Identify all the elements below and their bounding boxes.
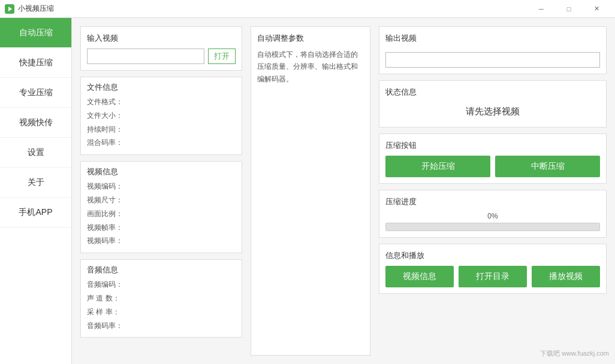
video-size-row: 视频尺寸：: [87, 193, 236, 207]
video-info-button[interactable]: 视频信息: [385, 266, 454, 287]
input-video-title: 输入视频: [87, 33, 236, 44]
auto-adjust-title: 自动调整参数: [257, 33, 364, 44]
sidebar-item-quick-compress[interactable]: 快捷压缩: [0, 48, 71, 78]
progress-percent: 0%: [385, 212, 600, 220]
start-compress-button[interactable]: 开始压缩: [385, 156, 490, 177]
play-video-button[interactable]: 播放视频: [532, 266, 600, 287]
sidebar-item-video-upload[interactable]: 视频快传: [0, 108, 71, 138]
open-file-button[interactable]: 打开: [208, 48, 236, 64]
auto-adjust-panel: 自动调整参数 自动模式下，将自动选择合适的压缩质量、分辨率、输出格式和编解码器。: [251, 26, 370, 356]
file-duration-row: 持续时间：: [87, 123, 236, 136]
progress-title: 压缩进度: [385, 196, 600, 207]
audio-samplerate-row: 采 样 率：: [87, 305, 236, 319]
left-panel: 输入视频 打开 文件信息 文件格式： 文件大小： 持续时间： 混合码率： 视频信…: [80, 26, 242, 356]
audio-channels-row: 声 道 数：: [87, 292, 236, 305]
video-bitrate-row: 视频码率：: [87, 234, 236, 248]
stop-compress-button[interactable]: 中断压缩: [495, 156, 600, 177]
open-dir-button[interactable]: 打开目录: [459, 266, 527, 287]
file-bitrate-row: 混合码率：: [87, 136, 236, 150]
info-playback-section: 信息和播放 视频信息 打开目录 播放视频: [379, 244, 607, 294]
progress-section: 压缩进度 0%: [379, 190, 607, 238]
status-info-title: 状态信息: [385, 87, 600, 98]
status-info-section: 状态信息 请先选择视频: [379, 80, 607, 128]
sidebar-item-pro-compress[interactable]: 专业压缩: [0, 78, 71, 108]
output-path-input[interactable]: [385, 52, 600, 68]
sidebar-item-settings[interactable]: 设置: [0, 138, 71, 168]
auto-adjust-desc: 自动模式下，将自动选择合适的压缩质量、分辨率、输出格式和编解码器。: [257, 48, 364, 85]
progress-bar: [385, 223, 600, 231]
video-ratio-row: 画面比例：: [87, 207, 236, 221]
audio-codec-row: 音频编码：: [87, 278, 236, 292]
file-info-title: 文件信息: [87, 82, 236, 93]
app-body: 自动压缩 快捷压缩 专业压缩 视频快传 设置 关于 手机APP 输入视频: [0, 18, 615, 364]
sidebar-item-auto-compress[interactable]: 自动压缩: [0, 18, 71, 48]
watermark: 下载吧 www.fuazkj.com: [540, 349, 609, 358]
sidebar: 自动压缩 快捷压缩 专业压缩 视频快传 设置 关于 手机APP: [0, 18, 72, 364]
input-row: 打开: [87, 48, 236, 64]
compress-buttons-title: 压缩按钮: [385, 140, 600, 151]
file-format-row: 文件格式：: [87, 95, 236, 109]
app-icon: [5, 4, 14, 14]
sidebar-item-mobile-app[interactable]: 手机APP: [0, 198, 71, 228]
video-info-title: 视频信息: [87, 166, 236, 177]
compress-buttons-section: 压缩按钮 开始压缩 中断压缩: [379, 134, 607, 184]
file-info-section: 文件信息 文件格式： 文件大小： 持续时间： 混合码率：: [80, 77, 242, 155]
audio-bitrate-row: 音频码率：: [87, 319, 236, 333]
input-video-section: 输入视频 打开: [80, 26, 242, 71]
video-path-input[interactable]: [87, 48, 204, 64]
close-button[interactable]: ✕: [583, 0, 610, 18]
output-video-section: 输出视频: [379, 26, 607, 74]
minimize-button[interactable]: ─: [527, 0, 555, 18]
compress-btn-row: 开始压缩 中断压缩: [385, 156, 600, 177]
audio-info-title: 音频信息: [87, 265, 236, 275]
file-size-row: 文件大小：: [87, 109, 236, 123]
right-panel: 输出视频 状态信息 请先选择视频 压缩按钮 开始压缩 中断压缩 压缩进度 0%: [379, 26, 607, 356]
audio-info-section: 音频信息 音频编码： 声 道 数： 采 样 率： 音频码率：: [80, 259, 242, 338]
title-bar: 小视频压缩 ─ □ ✕: [0, 0, 615, 18]
main-content: 输入视频 打开 文件信息 文件格式： 文件大小： 持续时间： 混合码率： 视频信…: [72, 18, 615, 364]
video-codec-row: 视频编码：: [87, 180, 236, 193]
status-message: 请先选择视频: [385, 102, 600, 121]
maximize-button[interactable]: □: [555, 0, 583, 18]
app-title: 小视频压缩: [18, 4, 527, 14]
output-video-title: 输出视频: [385, 33, 600, 44]
video-fps-row: 视频帧率：: [87, 221, 236, 235]
info-playback-btn-row: 视频信息 打开目录 播放视频: [385, 266, 600, 287]
video-info-section: 视频信息 视频编码： 视频尺寸： 画面比例： 视频帧率： 视频码率：: [80, 161, 242, 253]
sidebar-item-about[interactable]: 关于: [0, 168, 71, 198]
window-controls: ─ □ ✕: [527, 0, 610, 18]
info-playback-title: 信息和播放: [385, 250, 600, 261]
